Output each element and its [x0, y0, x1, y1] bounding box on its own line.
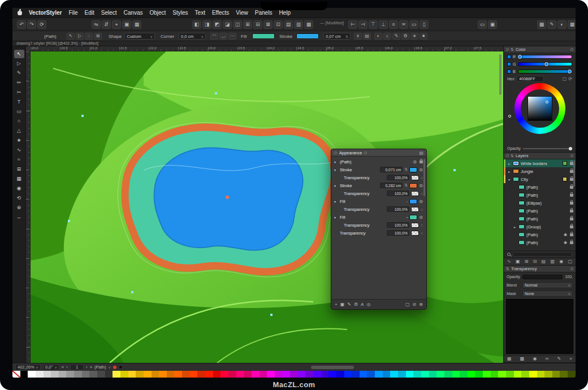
appearance-row-stroke[interactable]: ▾Stroke0,071 cm⇅⊙: [331, 166, 426, 174]
palette-swatch[interactable]: [159, 371, 167, 378]
menu-item-help[interactable]: Help: [279, 10, 291, 16]
palette-swatch[interactable]: [568, 371, 576, 378]
rotate-view-tool[interactable]: ⟲: [14, 194, 24, 202]
palette-swatch[interactable]: [182, 371, 190, 378]
layer-row[interactable]: (Path): [504, 183, 576, 191]
wave-tool[interactable]: ≈: [14, 155, 24, 164]
grid-icon[interactable]: ▦: [568, 20, 576, 29]
stepper-icon[interactable]: ⇅: [404, 167, 408, 172]
palette-swatch[interactable]: [220, 371, 228, 378]
corner-options-icon[interactable]: ⋯: [228, 33, 236, 40]
radio-icon[interactable]: ○: [421, 231, 423, 235]
value-field[interactable]: 100,0%: [387, 206, 409, 212]
align-center-icon[interactable]: ≡: [389, 20, 398, 29]
palette-swatch[interactable]: [336, 371, 344, 378]
style-type-icon[interactable]: ▫: [407, 200, 408, 203]
menu-item-canvas[interactable]: Canvas: [124, 10, 143, 16]
slider-thumb[interactable]: [544, 62, 548, 66]
panel-collapse-icon[interactable]: ⇅: [506, 267, 509, 271]
palette-swatch[interactable]: [144, 371, 152, 378]
refresh-hex-icon[interactable]: ⟳: [568, 76, 572, 81]
group-icon[interactable]: ⊞: [243, 20, 252, 29]
palette-swatch[interactable]: [267, 371, 275, 378]
panel-menu-icon[interactable]: ▤: [419, 150, 423, 155]
layer-thumbnail[interactable]: [518, 216, 525, 221]
palette-swatch[interactable]: [475, 371, 483, 378]
fit-width-icon[interactable]: ▭: [409, 20, 418, 29]
palette-swatch[interactable]: [36, 371, 44, 378]
lasso-mode-icon[interactable]: ◌: [85, 33, 93, 40]
panel-collapse-icon[interactable]: ⇅: [511, 154, 514, 158]
lock-icon[interactable]: [570, 210, 573, 213]
appearance-row-stroke[interactable]: ▾Stroke0,282 cm⇅⊙: [331, 181, 426, 189]
lower-icon[interactable]: ◪: [223, 20, 232, 29]
radio-icon[interactable]: ○: [421, 207, 423, 211]
lock-icon[interactable]: [570, 233, 573, 236]
draw-style-icon[interactable]: ✎: [392, 33, 400, 40]
layer-thumbnail[interactable]: [518, 193, 525, 197]
color-swatch[interactable]: [409, 199, 417, 204]
palette-swatch[interactable]: [421, 371, 429, 378]
send-back-icon[interactable]: ◨: [202, 20, 211, 29]
camera-icon[interactable]: ◉: [564, 232, 567, 237]
palette-swatch[interactable]: [468, 371, 475, 378]
corner-size-field[interactable]: 0,0 cm∨: [179, 33, 206, 40]
slider-thumb[interactable]: [568, 70, 572, 73]
expand-icon[interactable]: ▾: [334, 160, 338, 164]
edit-mask-icon[interactable]: ✎: [557, 356, 561, 362]
appearance-row-transparency[interactable]: Transparency100,0%○: [331, 189, 426, 197]
menu-item-effects[interactable]: Effects: [212, 10, 229, 16]
last-page-button[interactable]: »: [90, 365, 92, 370]
layer-row[interactable]: ▸White borders: [504, 159, 576, 167]
panel-menu-icon[interactable]: [570, 267, 573, 270]
knife-tool[interactable]: ✂: [14, 88, 24, 97]
ruler-horizontal[interactable]: 20.020.521.021.522.022.523.023.524.024.5…: [31, 46, 503, 51]
palette-swatch[interactable]: [313, 371, 321, 378]
hex-input[interactable]: #0086FF: [517, 76, 544, 82]
palette-swatch[interactable]: [444, 371, 452, 378]
select-tool[interactable]: ↖: [14, 50, 24, 58]
zoom-select[interactable]: 402,26%∨: [15, 364, 41, 370]
mask-icon[interactable]: ⊠: [263, 20, 273, 29]
palette-swatch[interactable]: [244, 371, 252, 378]
panel-close-icon[interactable]: [506, 48, 509, 51]
panel-pin-icon[interactable]: [364, 151, 367, 154]
panel-menu-icon[interactable]: [570, 154, 573, 157]
remove-layer-icon[interactable]: ⊟: [533, 258, 537, 265]
mirror-icon[interactable]: ⇵: [102, 20, 111, 29]
palette-swatch[interactable]: [429, 371, 437, 378]
menu-item-object[interactable]: Object: [149, 10, 166, 16]
visibility-icon[interactable]: ◉: [533, 356, 537, 362]
expand-icon[interactable]: ▸: [507, 170, 511, 174]
stroke-width-field[interactable]: 0,07 cm⇅: [323, 33, 351, 40]
palette-swatch[interactable]: [59, 371, 67, 378]
visibility-icon[interactable]: ⊙: [419, 183, 423, 188]
palette-swatch[interactable]: [252, 371, 260, 378]
clear-mask-icon[interactable]: ×: [569, 356, 572, 362]
duplicate-icon[interactable]: ▢: [405, 300, 410, 309]
effects-icon[interactable]: ☼: [383, 33, 391, 40]
channel-slider[interactable]: [518, 62, 572, 66]
rectangle-tool[interactable]: ▭: [14, 107, 24, 116]
zoom-tool[interactable]: ⊕: [14, 203, 24, 212]
palette-swatch[interactable]: [167, 371, 175, 378]
slider-thumb[interactable]: [569, 147, 572, 150]
transparency-swatch[interactable]: [411, 175, 419, 180]
pixel-preview-icon[interactable]: ▩: [537, 20, 546, 29]
more-options-icon[interactable]: ★: [420, 33, 427, 40]
eyedropper-tool[interactable]: ◉: [14, 184, 24, 193]
duplicate-layer-icon[interactable]: ▣: [516, 258, 520, 265]
palette-swatch[interactable]: [213, 371, 221, 378]
blend-mode-select[interactable]: Normal ∨: [522, 282, 573, 288]
text-style-icon[interactable]: A: [361, 300, 364, 309]
divide-icon[interactable]: ▦: [304, 20, 313, 29]
palette-swatch[interactable]: [205, 371, 213, 378]
isolate-layer-icon[interactable]: ▥: [550, 258, 555, 265]
menu-item-select[interactable]: Select: [101, 10, 117, 16]
palette-swatch[interactable]: [51, 371, 59, 378]
layer-thumbnail[interactable]: [518, 232, 525, 237]
lock-icon[interactable]: [420, 161, 423, 163]
palette-swatch[interactable]: [120, 371, 128, 378]
grid-snap-icon[interactable]: ▦: [132, 20, 141, 29]
channel-slider[interactable]: [518, 55, 572, 59]
